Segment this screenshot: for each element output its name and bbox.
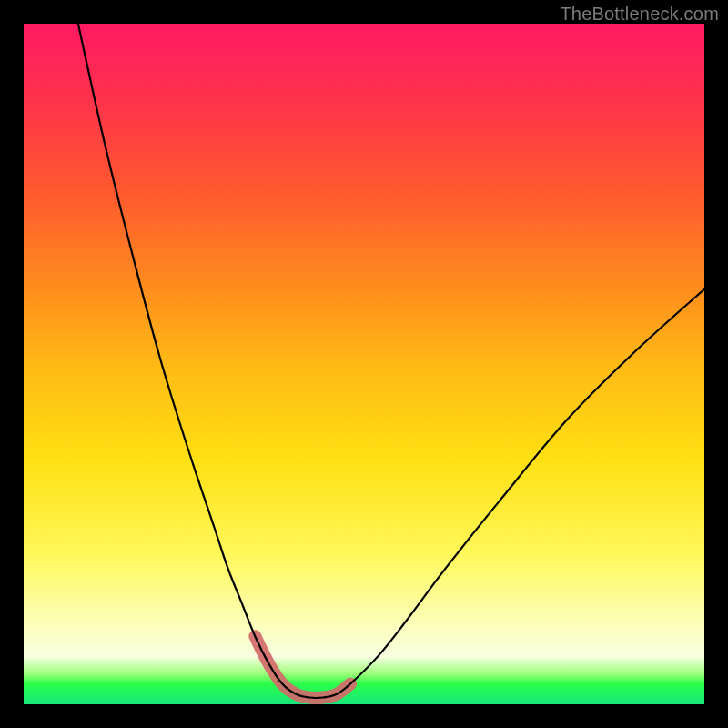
plot-area: [24, 24, 704, 704]
bottleneck-curve: [78, 24, 704, 698]
optimal-range-marker: [255, 636, 350, 698]
chart-svg: [24, 24, 704, 704]
watermark-text: TheBottleneck.com: [560, 4, 719, 25]
chart-frame: TheBottleneck.com: [0, 0, 728, 728]
